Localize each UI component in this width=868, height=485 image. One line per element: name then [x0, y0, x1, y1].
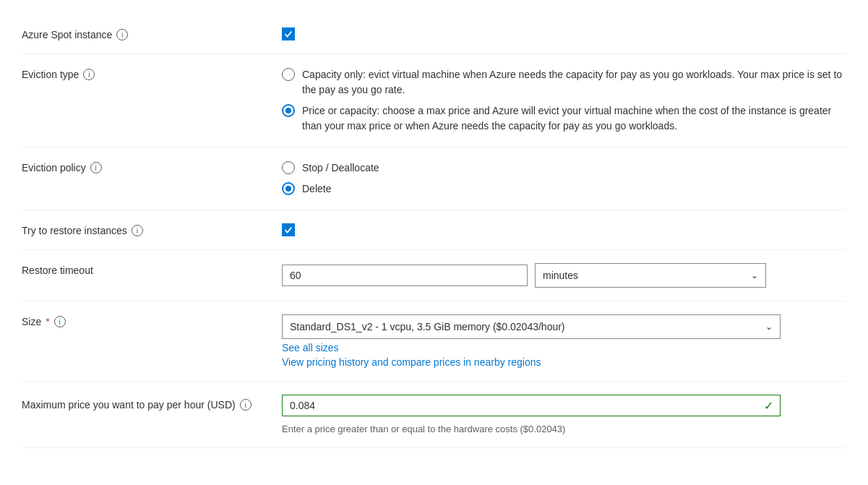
size-dropdown[interactable]: Standard_DS1_v2 - 1 vcpu, 3.5 GiB memory… — [282, 314, 781, 339]
try-restore-info-icon[interactable]: i — [132, 225, 143, 236]
eviction-type-price-capacity-radio[interactable] — [282, 104, 295, 117]
size-required-indicator: * — [46, 316, 49, 327]
azure-spot-instance-row: Azure Spot instance i — [22, 14, 846, 54]
azure-spot-control — [282, 27, 846, 40]
eviction-type-capacity-only-radio[interactable] — [282, 68, 295, 81]
eviction-policy-label: Eviction policy i — [22, 160, 282, 173]
restore-timeout-label-text: Restore timeout — [22, 265, 93, 276]
eviction-policy-delete-radio[interactable] — [282, 182, 295, 195]
restore-timeout-unit-dropdown[interactable]: minutes ⌄ — [535, 263, 766, 288]
eviction-type-row: Eviction type i Capacity only: evict vir… — [22, 54, 846, 147]
try-restore-checkbox[interactable] — [282, 223, 295, 236]
eviction-type-capacity-only-option[interactable]: Capacity only: evict virtual machine whe… — [282, 67, 846, 98]
size-row: Size * i Standard_DS1_v2 - 1 vcpu, 3.5 G… — [22, 301, 846, 382]
eviction-policy-control: Stop / Deallocate Delete — [282, 160, 846, 197]
try-restore-label: Try to restore instances i — [22, 223, 282, 236]
eviction-policy-delete-option[interactable]: Delete — [282, 181, 846, 197]
max-price-input[interactable] — [282, 395, 781, 416]
price-valid-checkmark-icon: ✓ — [764, 399, 773, 413]
try-restore-checkmark-icon — [284, 226, 293, 234]
eviction-policy-row: Eviction policy i Stop / Deallocate Dele… — [22, 147, 846, 210]
max-price-control: ✓ Enter a price greater than or equal to… — [282, 395, 846, 434]
eviction-type-price-capacity-option[interactable]: Price or capacity: choose a max price an… — [282, 103, 846, 134]
eviction-type-control: Capacity only: evict virtual machine whe… — [282, 67, 846, 134]
eviction-policy-stop-text: Stop / Deallocate — [302, 160, 379, 176]
restore-timeout-input[interactable] — [282, 265, 528, 286]
checkbox-checkmark-icon — [284, 30, 293, 38]
restore-timeout-label: Restore timeout — [22, 263, 282, 276]
eviction-type-capacity-only-text: Capacity only: evict virtual machine whe… — [302, 67, 846, 98]
try-restore-label-text: Try to restore instances — [22, 225, 127, 236]
restore-timeout-row: Restore timeout minutes ⌄ — [22, 250, 846, 301]
max-price-row: Maximum price you want to pay per hour (… — [22, 382, 846, 448]
eviction-type-price-capacity-text: Price or capacity: choose a max price an… — [302, 103, 846, 134]
size-chevron-icon: ⌄ — [765, 322, 773, 332]
eviction-type-label-text: Eviction type — [22, 69, 79, 80]
size-label-text: Size — [22, 316, 41, 327]
size-dropdown-value: Standard_DS1_v2 - 1 vcpu, 3.5 GiB memory… — [290, 321, 565, 332]
restore-timeout-chevron-icon: ⌄ — [751, 270, 758, 280]
max-price-input-wrapper: ✓ — [282, 395, 781, 416]
max-price-label: Maximum price you want to pay per hour (… — [22, 395, 282, 411]
size-control: Standard_DS1_v2 - 1 vcpu, 3.5 GiB memory… — [282, 314, 846, 368]
try-restore-row: Try to restore instances i — [22, 210, 846, 250]
max-price-label-text: Maximum price you want to pay per hour (… — [22, 399, 236, 411]
restore-timeout-control: minutes ⌄ — [282, 263, 846, 288]
restore-timeout-inputs: minutes ⌄ — [282, 263, 846, 288]
azure-spot-label: Azure Spot instance i — [22, 27, 282, 40]
restore-timeout-unit-value: minutes — [543, 270, 578, 281]
azure-spot-label-text: Azure Spot instance — [22, 29, 112, 40]
max-price-info-icon[interactable]: i — [240, 399, 252, 411]
size-label: Size * i — [22, 314, 282, 327]
size-info-icon[interactable]: i — [54, 316, 66, 327]
eviction-type-info-icon[interactable]: i — [83, 69, 95, 80]
eviction-policy-stop-option[interactable]: Stop / Deallocate — [282, 160, 846, 176]
eviction-policy-stop-radio[interactable] — [282, 161, 295, 174]
pricing-history-link[interactable]: View pricing history and compare prices … — [282, 356, 846, 368]
azure-spot-info-icon[interactable]: i — [116, 29, 128, 40]
eviction-policy-info-icon[interactable]: i — [90, 162, 102, 173]
eviction-type-label: Eviction type i — [22, 67, 282, 80]
see-all-sizes-link[interactable]: See all sizes — [282, 342, 846, 353]
try-restore-control — [282, 223, 846, 236]
eviction-policy-delete-text: Delete — [302, 181, 331, 197]
eviction-policy-label-text: Eviction policy — [22, 162, 86, 173]
azure-spot-checkbox[interactable] — [282, 27, 295, 40]
max-price-helper-text: Enter a price greater than or equal to t… — [282, 424, 846, 434]
